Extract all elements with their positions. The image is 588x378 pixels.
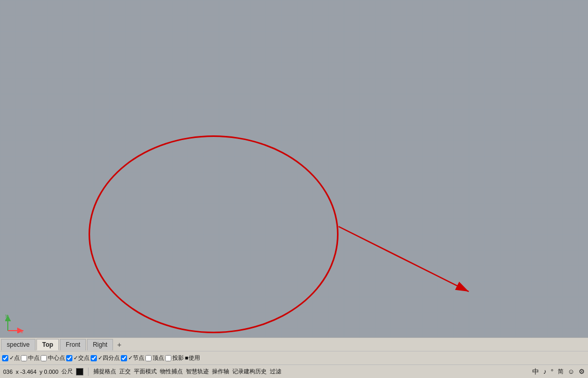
use-label: ■使用 xyxy=(185,354,200,362)
tab-top[interactable]: Top xyxy=(36,339,59,350)
svg-text:y: y xyxy=(5,313,7,318)
snap-toolbar: ✓点 中点 中心点 ✓交点 ✓四分点 ✓节点 顶点 投影 ■使用 xyxy=(0,351,588,364)
checkbox-vertex[interactable]: ✓点 xyxy=(2,354,20,362)
y-coord: y 0.000 xyxy=(40,369,58,375)
tab-right[interactable]: Right xyxy=(87,339,113,350)
checkbox-project[interactable]: 投影 xyxy=(165,354,184,362)
x-coord: x -3.464 xyxy=(16,369,36,375)
coordinate-axes: x y xyxy=(5,312,26,333)
ortho-label[interactable]: 正交 xyxy=(119,368,131,375)
tab-spective[interactable]: spective xyxy=(1,339,35,350)
checkbox-intersect[interactable]: ✓交点 xyxy=(66,354,90,362)
plane-label[interactable]: 平面模式 xyxy=(134,368,157,375)
svg-text:x: x xyxy=(21,330,23,333)
build-label[interactable]: 记录建构历史 xyxy=(232,368,267,375)
checkbox-quad[interactable]: ✓四分点 xyxy=(91,354,120,362)
tab-add-button[interactable]: + xyxy=(114,339,124,350)
smarttrack-label[interactable]: 智慧轨迹 xyxy=(186,368,209,375)
checkbox-midpoint[interactable]: 中点 xyxy=(21,354,40,362)
color-swatch xyxy=(76,368,83,375)
icon-zhong[interactable]: 中 xyxy=(532,367,539,376)
coord-label: 036 xyxy=(3,369,12,375)
operation-label[interactable]: 操作轴 xyxy=(212,368,229,375)
checkbox-center[interactable]: 中心点 xyxy=(41,354,65,362)
tab-front[interactable]: Front xyxy=(60,339,86,350)
checkbox-node[interactable]: ✓节点 xyxy=(121,354,144,362)
icon-simple[interactable]: 简 xyxy=(558,368,564,375)
main-viewport[interactable]: x y xyxy=(0,0,588,338)
icon-settings[interactable]: ⚙ xyxy=(579,368,585,375)
osnap-label[interactable]: 物性捕点 xyxy=(160,368,183,375)
icon-note[interactable]: ♪ xyxy=(543,368,547,375)
checkbox-apex[interactable]: 顶点 xyxy=(145,354,164,362)
icon-smiley[interactable]: ☺ xyxy=(568,368,574,375)
filter-label[interactable]: 过滤 xyxy=(270,368,281,375)
icon-degree[interactable]: ° xyxy=(551,368,554,375)
status-bar: 036 x -3.464 y 0.000 公尺 捕捉格点 正交 平面模式 物性捕… xyxy=(0,364,588,378)
grid-background xyxy=(0,0,588,338)
unit-label: 公尺 xyxy=(61,368,73,375)
viewport-tab-bar: spective Top Front Right + xyxy=(0,337,588,351)
separator xyxy=(88,368,89,376)
grid-label[interactable]: 捕捉格点 xyxy=(93,368,116,375)
